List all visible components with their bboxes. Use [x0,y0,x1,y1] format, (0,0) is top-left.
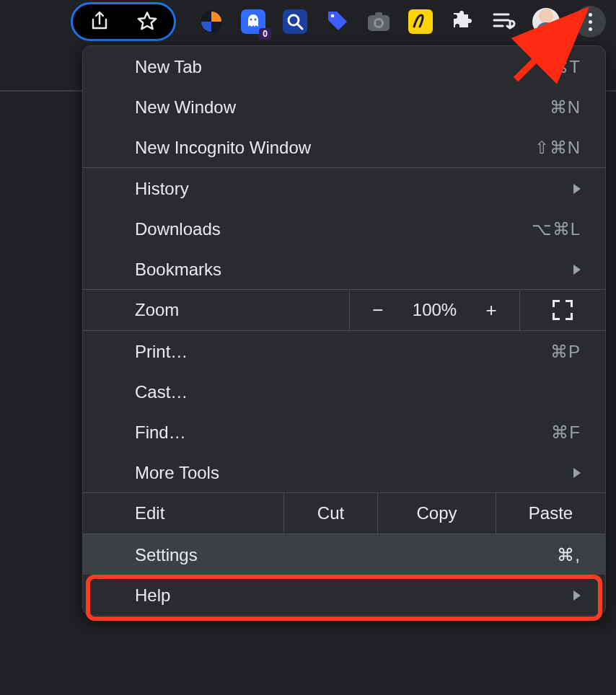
chevron-right-icon [573,590,581,601]
chevron-right-icon [573,468,581,478]
menu-item-shortcut: ⇧⌘N [534,138,581,158]
edit-cut-button[interactable]: Cut [283,493,377,534]
address-bar-actions [71,2,176,41]
extension-camera-icon[interactable] [365,8,392,35]
menu-item-shortcut: ⌘N [550,97,581,118]
menu-new-window[interactable]: New Window ⌘N [83,87,605,127]
zoom-out-button[interactable]: − [368,299,388,322]
zoom-in-button[interactable]: + [481,299,501,322]
menu-item-label: Find… [135,422,186,443]
menu-item-label: New Window [135,97,236,118]
menu-edit-label: Edit [83,493,283,534]
svg-rect-4 [283,9,307,34]
browser-toolbar: 0 [0,0,616,43]
menu-item-label: Cast… [135,382,188,402]
menu-item-label: Print… [135,342,188,362]
svg-point-7 [331,14,335,18]
chrome-main-menu: New Tab ⌘T New Window ⌘N New Incognito W… [82,45,606,616]
menu-item-label: Downloads [135,219,221,239]
extension-notes-icon[interactable] [407,8,434,35]
reading-list-icon[interactable] [490,8,518,35]
share-icon[interactable] [89,11,110,32]
extension-ghost-icon[interactable]: 0 [239,8,267,35]
menu-new-tab[interactable]: New Tab ⌘T [83,46,605,87]
menu-settings[interactable]: Settings ⌘, [83,534,605,575]
menu-item-shortcut: ⌘F [551,422,581,443]
menu-item-label: Settings [135,545,198,565]
menu-item-label: More Tools [135,463,219,483]
menu-item-label: New Tab [135,57,202,77]
menu-help[interactable]: Help [83,575,605,615]
menu-item-shortcut: ⌥⌘L [532,219,581,239]
svg-rect-12 [408,9,433,34]
extension-badge: 0 [259,28,271,40]
menu-history[interactable]: History [83,168,605,208]
menu-item-label: New Incognito Window [135,138,311,158]
fullscreen-button[interactable] [520,290,605,330]
svg-rect-9 [375,12,382,17]
extension-search-icon[interactable] [281,8,309,35]
menu-item-shortcut: ⌘T [551,57,581,77]
edit-paste-button[interactable]: Paste [496,493,605,534]
more-menu-button[interactable] [574,6,606,37]
menu-downloads[interactable]: Downloads ⌥⌘L [83,208,605,249]
chevron-right-icon [573,265,581,275]
menu-print[interactable]: Print… ⌘P [83,331,605,371]
zoom-controls: − 100% + [350,290,520,330]
fullscreen-icon [553,300,573,320]
menu-find[interactable]: Find… ⌘F [83,412,605,452]
extensions-puzzle-icon[interactable] [449,8,476,35]
menu-new-incognito[interactable]: New Incognito Window ⇧⌘N [83,127,605,167]
svg-point-3 [254,18,256,20]
chevron-right-icon [573,184,581,194]
menu-more-tools[interactable]: More Tools [83,452,605,492]
menu-item-shortcut: ⌘P [550,342,581,362]
svg-point-11 [376,20,382,26]
star-icon[interactable] [136,11,158,32]
menu-item-label: History [135,179,189,199]
menu-zoom-label: Zoom [83,290,350,330]
edit-copy-button[interactable]: Copy [377,493,496,534]
zoom-value: 100% [413,300,457,320]
menu-item-label: Bookmarks [135,260,221,280]
svg-point-2 [250,18,252,20]
menu-cast[interactable]: Cast… [83,371,605,412]
menu-zoom-row: Zoom − 100% + [83,290,605,330]
menu-item-label: Help [135,585,170,606]
profile-avatar[interactable] [532,8,560,35]
menu-bookmarks[interactable]: Bookmarks [83,249,605,289]
menu-item-shortcut: ⌘, [557,545,581,565]
menu-edit-row: Edit Cut Copy Paste [83,493,605,534]
extension-similarweb-icon[interactable] [198,8,225,35]
extension-tag-icon[interactable] [323,8,351,35]
